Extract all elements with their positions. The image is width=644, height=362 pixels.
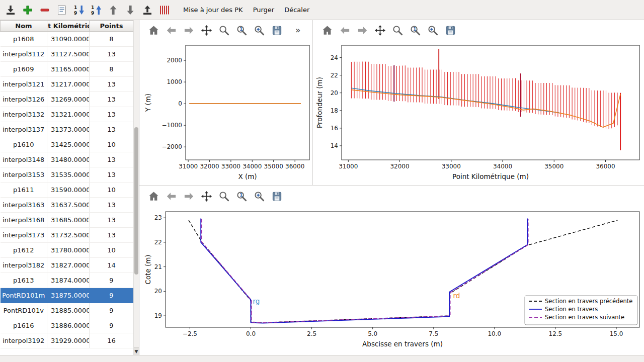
cell-pk[interactable]: 31425.0000	[47, 137, 90, 152]
cell-pk[interactable]: 31480.0000	[47, 152, 90, 167]
forward-button[interactable]	[356, 24, 368, 36]
cell-nom[interactable]: interpol3192	[1, 333, 47, 348]
cell-nom[interactable]: p1616	[1, 318, 47, 333]
move-up-button[interactable]	[107, 4, 120, 17]
home-button[interactable]	[147, 24, 159, 36]
table-row[interactable]: interpol314831480.000013	[1, 152, 134, 167]
cell-points[interactable]: 13	[90, 152, 134, 167]
save-button[interactable]	[271, 190, 283, 202]
forward-button[interactable]	[183, 190, 195, 202]
add-button[interactable]	[21, 4, 34, 17]
table-scrollbar[interactable]: ▼	[133, 20, 139, 355]
zoom-one-button[interactable]: 1	[235, 24, 248, 36]
cell-points[interactable]: 13	[90, 77, 134, 92]
cell-nom[interactable]: interpol3153	[1, 167, 47, 183]
toolbar-overflow-button[interactable]: »	[295, 25, 300, 35]
table-row[interactable]: interpol316331637.500013	[1, 198, 134, 213]
cell-points[interactable]: 13	[90, 167, 134, 183]
cell-points[interactable]: 9	[90, 288, 134, 303]
zoom-one-button[interactable]: 1	[409, 24, 421, 36]
cell-nom[interactable]: interpol3132	[1, 107, 47, 122]
sections-button[interactable]	[158, 4, 171, 17]
toolbar-action-1[interactable]: Purger	[248, 4, 280, 16]
sort-ascending-button[interactable]: 19	[72, 4, 86, 17]
column-header-pk[interactable]: t Kilométrique	[47, 21, 90, 32]
cell-points[interactable]: 9	[90, 273, 134, 288]
cell-points[interactable]: 13	[90, 107, 134, 122]
sort-descending-button[interactable]: 19	[90, 4, 103, 17]
cell-pk[interactable]: 31637.5000	[47, 198, 90, 213]
cell-nom[interactable]: PontRD101m	[1, 288, 47, 303]
cell-points[interactable]: 16	[90, 333, 134, 348]
table-row[interactable]: p161031425.000010	[1, 137, 134, 152]
cell-nom[interactable]: interpol3163	[1, 198, 47, 213]
zoom-button[interactable]	[391, 24, 404, 36]
table-row[interactable]: interpol313731373.000013	[1, 122, 134, 137]
zoom-rect-button[interactable]	[253, 190, 265, 202]
save-button[interactable]	[271, 24, 283, 36]
cell-points[interactable]: 13	[90, 198, 134, 213]
scrollbar-thumb[interactable]	[134, 127, 138, 275]
cell-nom[interactable]: p1611	[1, 183, 47, 198]
home-button[interactable]	[147, 190, 159, 202]
cell-pk[interactable]: 31217.0000	[47, 77, 90, 92]
cell-pk[interactable]: 31685.0000	[47, 213, 90, 228]
export-button[interactable]	[141, 4, 154, 17]
cell-nom[interactable]: interpol3121	[1, 77, 47, 92]
scrollbar-down-button[interactable]: ▼	[134, 347, 139, 355]
cell-nom[interactable]: interpol3126	[1, 92, 47, 107]
cell-nom[interactable]: interpol3148	[1, 152, 47, 167]
toolbar-action-0[interactable]: Mise à jour des PK	[178, 4, 248, 16]
table-row[interactable]: interpol315331535.000013	[1, 167, 134, 183]
cell-points[interactable]: 10	[90, 137, 134, 152]
zoom-one-button[interactable]: 1	[235, 190, 248, 202]
cell-points[interactable]: 13	[90, 213, 134, 228]
cell-pk[interactable]: 31875.0000	[47, 288, 90, 303]
cell-points[interactable]: 8	[90, 62, 134, 77]
toolbar-action-2[interactable]: Décaler	[279, 4, 314, 16]
pan-button[interactable]	[200, 24, 212, 36]
cell-pk[interactable]: 31269.0000	[47, 92, 90, 107]
cell-nom[interactable]: p1609	[1, 62, 47, 77]
zoom-button[interactable]	[218, 190, 230, 202]
cell-points[interactable]: 10	[90, 183, 134, 198]
cell-nom[interactable]: interpol3112	[1, 47, 47, 62]
table-row[interactable]: p160931165.00008	[1, 62, 134, 77]
table-row[interactable]: PontRD101m31875.00009	[1, 288, 134, 303]
cell-pk[interactable]: 31732.5000	[47, 228, 90, 243]
table-row[interactable]: interpol318231827.000014	[1, 258, 134, 273]
cell-points[interactable]: 9	[90, 318, 134, 333]
table-row[interactable]: PontRD101v31885.00009	[1, 303, 134, 318]
column-header-points[interactable]: Points	[90, 21, 134, 32]
cell-pk[interactable]: 31321.0000	[47, 107, 90, 122]
back-button[interactable]	[339, 24, 351, 36]
edit-list-button[interactable]	[55, 4, 68, 17]
table-row[interactable]: interpol311231127.500013	[1, 47, 134, 62]
zoom-button[interactable]	[218, 24, 230, 36]
home-button[interactable]	[321, 24, 333, 36]
cell-pk[interactable]: 31780.0000	[47, 243, 90, 258]
table-row[interactable]: p161131590.000010	[1, 183, 134, 198]
table-row[interactable]: interpol313231321.000013	[1, 107, 134, 122]
cell-points[interactable]: 9	[90, 303, 134, 318]
zoom-rect-button[interactable]	[427, 24, 439, 36]
cell-nom[interactable]: p1610	[1, 137, 47, 152]
pan-button[interactable]	[200, 190, 212, 202]
column-header-nom[interactable]: Nom	[1, 21, 47, 32]
back-button[interactable]	[165, 24, 177, 36]
table-row[interactable]: interpol316831685.000013	[1, 213, 134, 228]
cell-points[interactable]: 13	[90, 122, 134, 137]
cell-pk[interactable]: 31886.0000	[47, 318, 90, 333]
plan-view-plot[interactable]: 310003200033000340003500036000200010000−…	[139, 40, 312, 185]
cell-pk[interactable]: 31885.0000	[47, 303, 90, 318]
save-button[interactable]	[444, 24, 456, 36]
cell-points[interactable]: 13	[90, 47, 134, 62]
cell-nom[interactable]: interpol3168	[1, 213, 47, 228]
zoom-rect-button[interactable]	[253, 24, 265, 36]
longitudinal-profile-plot[interactable]: 3100032000330003400035000360001416182022…	[313, 40, 644, 185]
table-row[interactable]: interpol317331732.500013	[1, 228, 134, 243]
cell-pk[interactable]: 31874.0000	[47, 273, 90, 288]
cell-nom[interactable]: interpol3182	[1, 258, 47, 273]
cell-pk[interactable]: 31090.0000	[47, 32, 90, 47]
cell-nom[interactable]: interpol3173	[1, 228, 47, 243]
